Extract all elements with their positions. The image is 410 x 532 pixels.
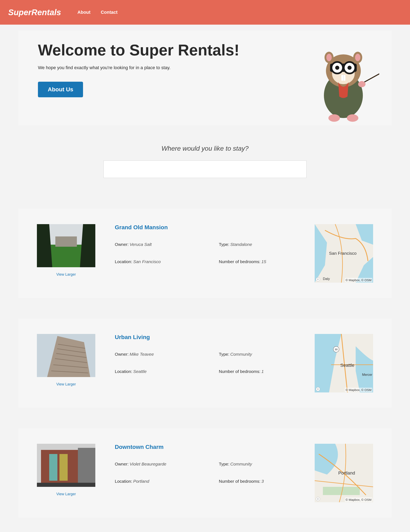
- map-city-label: Portland: [338, 470, 355, 476]
- rental-image-block: View Larger: [37, 334, 95, 387]
- svg-rect-40: [37, 483, 95, 487]
- rental-image-block: View Larger: [37, 224, 95, 277]
- rental-location: Location: Portland: [115, 479, 211, 484]
- search-input[interactable]: [103, 161, 307, 178]
- tomster-mascot-image: [308, 42, 379, 122]
- rental-title-link[interactable]: Downtown Charm: [115, 444, 315, 450]
- rental-location: Location: San Francisco: [115, 259, 211, 264]
- map-attribution: © Mapbox, © OSM: [345, 278, 372, 282]
- rental-map[interactable]: Portland i © Mapbox, © OSM: [315, 444, 373, 502]
- navbar: SuperRentals About Contact: [0, 0, 410, 25]
- svg-rect-38: [59, 454, 68, 481]
- rental-image-block: View Larger: [37, 444, 95, 496]
- rental-owner: Owner: Violet Beauregarde: [115, 462, 211, 466]
- map-attribution: © Mapbox, © OSM: [345, 497, 372, 502]
- rental-title-link[interactable]: Grand Old Mansion: [115, 224, 315, 231]
- svg-point-15: [347, 114, 358, 122]
- map-city-label: San Francisco: [329, 251, 356, 256]
- nav-links: About Contact: [77, 10, 118, 15]
- map-info-icon[interactable]: i: [316, 387, 320, 391]
- svg-line-16: [363, 74, 379, 83]
- rental-photo: [37, 224, 95, 267]
- rental-owner: Owner: Veruca Salt: [115, 242, 211, 247]
- rental-card: View Larger Downtown Charm Owner: Violet…: [18, 428, 392, 518]
- logo[interactable]: SuperRentals: [8, 8, 61, 17]
- rental-bedrooms: Number of bedrooms: 3: [219, 479, 315, 484]
- view-larger-link[interactable]: View Larger: [37, 382, 95, 387]
- rental-location: Location: Seattle: [115, 369, 211, 374]
- view-larger-link[interactable]: View Larger: [37, 492, 95, 496]
- map-info-icon[interactable]: i: [316, 277, 320, 281]
- rental-type: Type: Community: [219, 462, 315, 466]
- rental-type: Type: Community: [219, 352, 315, 357]
- jumbo: Welcome to Super Rentals! We hope you fi…: [18, 31, 392, 125]
- rental-card: View Larger Grand Old Mansion Owner: Ver…: [18, 209, 392, 298]
- about-us-button[interactable]: About Us: [38, 82, 83, 97]
- svg-point-10: [335, 66, 339, 70]
- rental-photo: [37, 334, 95, 377]
- rental-details: Downtown Charm Owner: Violet Beauregarde…: [95, 444, 315, 484]
- map-attribution: © Mapbox, © OSM: [345, 388, 372, 392]
- search-section: Where would you like to stay?: [18, 125, 392, 188]
- rental-bedrooms: Number of bedrooms: 1: [219, 369, 315, 374]
- svg-point-5: [326, 54, 332, 61]
- svg-text:99: 99: [335, 348, 338, 351]
- rental-title-link[interactable]: Urban Living: [115, 334, 315, 341]
- svg-point-17: [358, 81, 365, 87]
- rental-card: View Larger Urban Living Owner: Mike Tea…: [18, 319, 392, 408]
- rental-owner: Owner: Mike Teavee: [115, 352, 211, 357]
- view-larger-link[interactable]: View Larger: [37, 272, 95, 277]
- svg-rect-39: [78, 448, 95, 485]
- map-city-label: Seattle: [340, 363, 355, 368]
- svg-point-14: [328, 114, 340, 122]
- rental-map[interactable]: San Francisco Daly i © Mapbox, © OSM: [315, 224, 373, 283]
- rental-type: Type: Standalone: [219, 242, 315, 247]
- rental-map[interactable]: 99 Seattle Mercer i © Mapbox, © OSM: [315, 334, 373, 392]
- search-label: Where would you like to stay?: [18, 145, 392, 152]
- map-info-icon[interactable]: i: [316, 497, 320, 501]
- nav-about[interactable]: About: [77, 10, 91, 15]
- rental-bedrooms: Number of bedrooms: 15: [219, 259, 315, 264]
- rental-photo: [37, 444, 95, 487]
- rental-details: Urban Living Owner: Mike Teavee Type: Co…: [95, 334, 315, 374]
- nav-contact[interactable]: Contact: [101, 10, 118, 15]
- svg-point-6: [355, 54, 360, 61]
- svg-point-11: [347, 66, 352, 70]
- svg-rect-20: [55, 237, 77, 247]
- rental-details: Grand Old Mansion Owner: Veruca Salt Typ…: [95, 224, 315, 264]
- map-city-label: Mercer: [362, 373, 372, 377]
- map-city-label: Daly: [323, 277, 330, 281]
- svg-rect-37: [49, 454, 57, 481]
